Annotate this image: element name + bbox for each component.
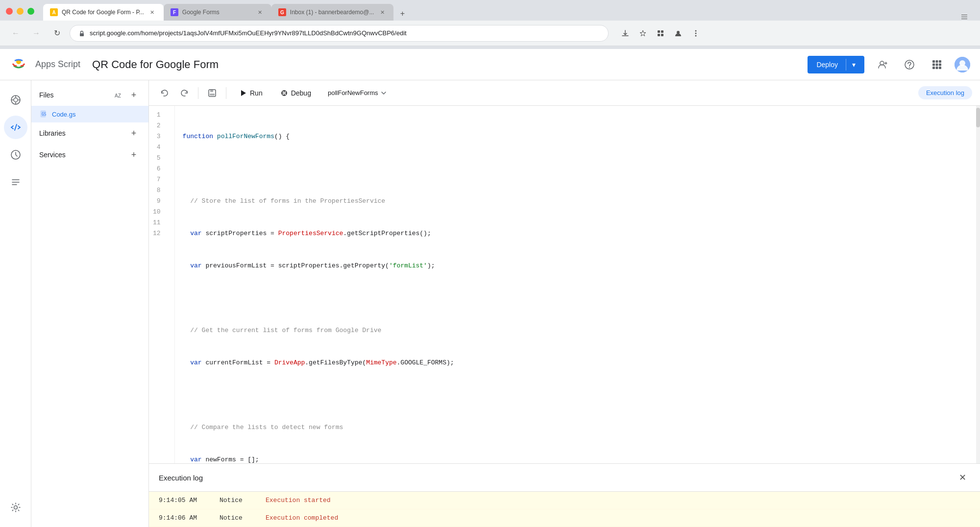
exec-log-level-2: Notice [220, 514, 254, 522]
svg-point-18 [909, 67, 910, 68]
svg-rect-27 [939, 67, 941, 69]
profile-button[interactable] [670, 25, 686, 41]
refresh-button[interactable]: ↻ [49, 25, 65, 41]
google-apps-button[interactable] [927, 55, 947, 74]
save-icon [208, 89, 217, 97]
download-icon [621, 29, 629, 37]
code-line-2 [183, 164, 972, 174]
svg-text:F: F [173, 10, 176, 15]
executions-button[interactable] [4, 170, 27, 194]
tab-favicon-1: A [50, 8, 58, 16]
tab-title-3: Inbox (1) - bannerbeardemo@... [290, 9, 374, 16]
app-name: Apps Script [35, 59, 80, 70]
function-name: pollForNewForms [328, 89, 378, 96]
file-item-code[interactable]: GS Code.gs [31, 106, 148, 122]
browser-tab-3[interactable]: G Inbox (1) - bannerbeardemo@... ✕ [271, 4, 394, 21]
code-line-10: // Compare the lists to detect new forms [183, 422, 972, 433]
add-account-button[interactable] [872, 55, 892, 74]
redo-button[interactable] [176, 85, 192, 101]
scrollbar-thumb[interactable] [976, 108, 980, 127]
code-line-3: // Store the list of forms in the Proper… [183, 196, 972, 207]
svg-rect-26 [936, 67, 938, 69]
exec-log-header: Execution log ✕ [149, 464, 980, 492]
file-sidebar: Files AZ + GS [31, 80, 149, 527]
add-account-icon [877, 59, 887, 70]
save-button[interactable] [204, 85, 220, 101]
exec-log-row-2: 9:14:06 AM Notice Execution completed [149, 509, 980, 527]
svg-rect-38 [210, 90, 213, 92]
minimize-window-button[interactable] [17, 8, 24, 15]
address-bar[interactable]: script.google.com/home/projects/1aqsJolV… [70, 25, 609, 42]
add-library-icon: + [131, 128, 137, 139]
line-num-9: 9 [149, 196, 167, 207]
forward-icon: → [32, 29, 40, 38]
app-header: Apps Script QR Code for Google Form Depl… [0, 49, 980, 80]
star-icon [639, 29, 647, 37]
add-file-button[interactable]: + [127, 88, 141, 102]
svg-rect-22 [932, 63, 935, 66]
browser-tab-2[interactable]: F Google Forms ✕ [164, 4, 271, 21]
browser-tab-1[interactable]: A QR Code for Google Form - P... ✕ [43, 4, 164, 21]
download-button[interactable] [617, 25, 633, 41]
execution-log-panel: Execution log ✕ 9:14:05 AM Notice Execut… [149, 463, 980, 527]
editor-button[interactable] [4, 116, 27, 139]
settings-button[interactable] [4, 496, 27, 519]
add-service-button[interactable]: + [127, 148, 141, 162]
tab-favicon-2: F [171, 8, 178, 16]
svg-rect-6 [80, 33, 84, 36]
sort-files-button[interactable]: AZ [111, 88, 125, 102]
svg-rect-7 [658, 30, 660, 33]
add-file-icon: + [131, 90, 137, 100]
line-num-11: 11 [149, 217, 167, 228]
execution-log-button[interactable]: Execution log [918, 86, 972, 99]
vertical-scrollbar[interactable] [976, 106, 980, 463]
exec-log-title: Execution log [159, 474, 203, 482]
overview-button[interactable] [4, 88, 27, 112]
line-num-4: 4 [149, 142, 167, 153]
back-button[interactable]: ← [8, 25, 24, 41]
tab-close-3[interactable]: ✕ [378, 8, 387, 17]
file-gs-icon: GS [39, 110, 48, 119]
function-selector[interactable]: pollForNewForms [322, 87, 393, 98]
code-line-1: function pollForNewForms() { [183, 131, 972, 142]
close-window-button[interactable] [6, 8, 13, 15]
undo-button[interactable] [157, 85, 172, 101]
help-button[interactable] [900, 55, 919, 74]
apps-script-logo [10, 56, 27, 73]
debug-label: Debug [291, 89, 311, 97]
user-avatar[interactable] [955, 57, 970, 72]
services-section-header: Services + [31, 144, 148, 166]
svg-point-12 [695, 30, 697, 31]
refresh-icon: ↻ [54, 28, 60, 38]
svg-rect-21 [939, 60, 941, 63]
svg-point-14 [695, 35, 697, 36]
code-icon [10, 122, 21, 133]
libraries-section-header: Libraries + [31, 122, 148, 144]
svg-text:G: G [280, 10, 284, 15]
tab-title-2: Google Forms [182, 9, 252, 16]
menu-button[interactable] [688, 25, 704, 41]
code-editor[interactable]: 1 2 3 4 5 6 7 8 9 10 11 12 function poll… [149, 106, 980, 463]
debug-icon [280, 89, 288, 97]
maximize-window-button[interactable] [27, 8, 34, 15]
svg-rect-24 [939, 63, 941, 66]
forward-button[interactable]: → [28, 25, 44, 41]
exec-log-close-button[interactable]: ✕ [955, 470, 970, 485]
svg-text:AZ: AZ [115, 93, 121, 98]
triggers-button[interactable] [4, 143, 27, 167]
new-tab-button[interactable]: + [395, 7, 409, 21]
tab-favicon-3: G [278, 8, 286, 16]
svg-rect-19 [932, 60, 935, 63]
window-controls [0, 4, 40, 19]
debug-button[interactable]: Debug [273, 86, 318, 100]
extensions-button[interactable] [653, 25, 668, 41]
code-content: function pollForNewForms() { // Store th… [175, 106, 980, 463]
add-library-button[interactable]: + [127, 126, 141, 140]
run-button[interactable]: Run [232, 86, 270, 100]
deploy-button[interactable]: Deploy ▾ [808, 56, 864, 73]
tab-close-2[interactable]: ✕ [256, 8, 265, 17]
browser-chrome: A QR Code for Google Form - P... ✕ F Goo… [0, 0, 980, 49]
browser-toolbar: ← → ↻ script.google.com/home/projects/1a… [0, 21, 980, 46]
tab-close-1[interactable]: ✕ [148, 8, 157, 17]
bookmark-button[interactable] [635, 25, 651, 41]
